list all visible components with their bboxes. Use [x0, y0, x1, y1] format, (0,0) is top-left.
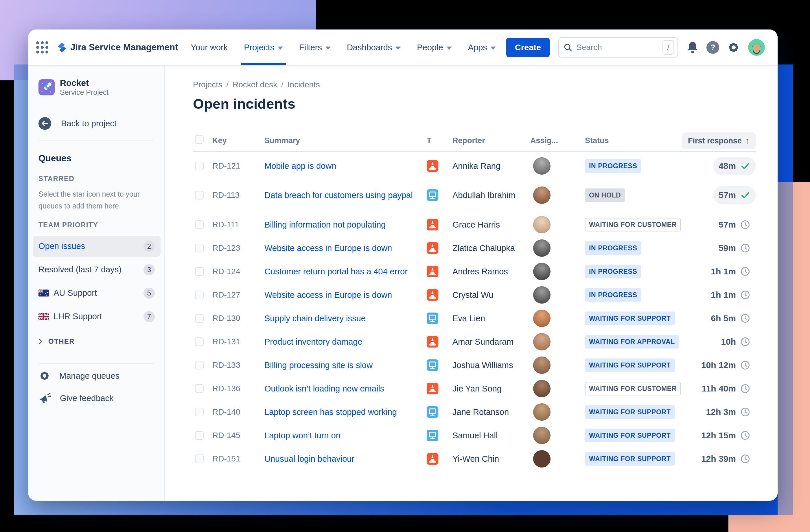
row-checkbox[interactable] — [195, 290, 204, 299]
issue-summary-link[interactable]: Outlook isn’t loading new emails — [264, 383, 432, 395]
nav-people[interactable]: People — [417, 30, 452, 65]
issue-summary-link[interactable]: Website access in Europe is down — [264, 242, 432, 254]
sidebar-item-resolved[interactable]: Resolved (last 7 days) 3 — [33, 259, 161, 280]
assignee-avatar[interactable] — [533, 333, 551, 350]
nav-projects[interactable]: Projects — [244, 30, 283, 65]
issue-summary-link[interactable]: Website access in Europe is down — [264, 289, 432, 301]
row-checkbox[interactable] — [195, 337, 204, 346]
nav-dashboards[interactable]: Dashboards — [347, 30, 401, 65]
create-button[interactable]: Create — [506, 38, 550, 57]
row-checkbox[interactable] — [195, 162, 204, 170]
row-checkbox[interactable] — [195, 454, 204, 463]
search-input[interactable] — [576, 43, 659, 52]
sidebar-item-other[interactable]: OTHER — [38, 337, 75, 346]
row-checkbox[interactable] — [195, 361, 204, 369]
column-header-type[interactable]: T — [427, 136, 432, 145]
table-row[interactable]: RD-133 Billing processing site is slow J… — [165, 353, 778, 377]
search-box[interactable]: / — [558, 37, 678, 57]
assignee-avatar[interactable] — [533, 286, 551, 303]
row-checkbox[interactable] — [195, 244, 204, 252]
column-header-status[interactable]: Status — [585, 136, 609, 145]
table-row[interactable]: RD-140 Laptop screen has stopped working… — [165, 400, 778, 423]
sidebar-item-open-issues[interactable]: Open issues 2 — [33, 236, 161, 257]
issue-summary-link[interactable]: Mobile app is down — [264, 160, 432, 172]
first-response-time: 6h 5m — [711, 313, 736, 323]
row-checkbox[interactable] — [195, 408, 204, 416]
row-checkbox[interactable] — [195, 314, 204, 323]
row-checkbox[interactable] — [195, 220, 204, 229]
assignee-avatar[interactable] — [533, 310, 551, 327]
sidebar-item-lhr-support[interactable]: LHR Support 7 — [33, 306, 161, 327]
column-header-summary[interactable]: Summary — [264, 136, 300, 145]
give-feedback-button[interactable]: Give feedback — [38, 392, 113, 404]
issue-summary-link[interactable]: Unusual login behaviour — [264, 453, 432, 465]
table-row[interactable]: RD-127 Website access in Europe is down … — [165, 283, 778, 306]
sla-clock-icon — [740, 430, 750, 440]
row-checkbox[interactable] — [195, 267, 204, 276]
assignee-avatar[interactable] — [533, 380, 551, 397]
issue-summary-link[interactable]: Customer return portal has a 404 error — [264, 265, 432, 278]
table-row[interactable]: RD-123 Website access in Europe is down … — [165, 236, 778, 260]
breadcrumb-incidents[interactable]: Incidents — [288, 80, 320, 89]
issue-summary-link[interactable]: Billing processing site is slow — [264, 359, 432, 371]
help-icon[interactable]: ? — [707, 41, 719, 54]
queue-count-badge: 7 — [144, 311, 155, 322]
table-row[interactable]: RD-121 Mobile app is down Annika Rang IN… — [165, 154, 778, 178]
table-row[interactable]: RD-130 Supply chain delivery issue Eva L… — [165, 306, 778, 330]
first-response-time: 12h 39m — [701, 454, 736, 464]
first-response-cell: 12h 15m — [696, 426, 756, 445]
issue-summary-link[interactable]: Data breach for customers using paypal — [264, 189, 432, 201]
assignee-avatar[interactable] — [533, 239, 551, 257]
back-to-project[interactable]: Back to project — [38, 117, 117, 130]
assignee-avatar[interactable] — [533, 157, 551, 174]
row-checkbox[interactable] — [195, 384, 204, 393]
column-header-key[interactable]: Key — [212, 136, 227, 145]
breadcrumb-projects[interactable]: Projects — [193, 80, 222, 89]
assignee-avatar[interactable] — [533, 427, 551, 444]
row-checkbox[interactable] — [195, 191, 204, 199]
table-row[interactable]: RD-145 Laptop won’t turn on Samuel Hall … — [165, 423, 778, 447]
assignee-avatar[interactable] — [533, 403, 551, 421]
table-row[interactable]: RD-113 Data breach for customers using p… — [165, 178, 778, 213]
first-response-cell: 10h — [716, 333, 756, 351]
jira-logo-icon[interactable] — [56, 41, 66, 54]
assignee-avatar[interactable] — [533, 263, 551, 280]
assignee-avatar[interactable] — [533, 356, 551, 374]
manage-queues-button[interactable]: Manage queues — [38, 370, 119, 382]
assignee-avatar[interactable] — [533, 216, 551, 233]
app-switcher-icon[interactable] — [36, 41, 48, 53]
issue-summary-link[interactable]: Supply chain delivery issue — [264, 312, 432, 325]
issue-key: RD-127 — [212, 290, 240, 300]
select-all-checkbox[interactable] — [195, 135, 204, 144]
main-content: Projects / Rocket desk / Incidents Open … — [165, 66, 778, 501]
breadcrumb-rocket-desk[interactable]: Rocket desk — [232, 80, 277, 89]
table-row[interactable]: RD-136 Outlook isn’t loading new emails … — [165, 377, 778, 400]
rocket-project-icon — [38, 79, 55, 95]
issue-key: RD-140 — [212, 408, 240, 417]
column-header-first-response[interactable]: First response ↑ — [682, 132, 756, 149]
issue-type-icon — [427, 313, 438, 324]
issue-summary-link[interactable]: Billing information not populating — [264, 219, 432, 231]
assignee-avatar[interactable] — [533, 450, 551, 467]
row-checkbox[interactable] — [195, 431, 204, 440]
status-badge: WAITING FOR CUSTOMER — [585, 382, 681, 395]
settings-gear-icon[interactable] — [727, 41, 740, 54]
sidebar-item-au-support[interactable]: AU Support 5 — [33, 282, 161, 303]
table-row[interactable]: RD-111 Billing information not populatin… — [165, 213, 778, 236]
first-response-time: 10h — [721, 337, 736, 347]
user-avatar[interactable] — [748, 39, 765, 56]
column-header-reporter[interactable]: Reporter — [452, 136, 485, 145]
nav-apps[interactable]: Apps — [468, 30, 496, 65]
issue-summary-link[interactable]: Laptop screen has stopped working — [264, 406, 432, 418]
nav-your-work[interactable]: Your work — [191, 30, 228, 65]
first-response-cell: 57m — [713, 186, 756, 204]
notifications-bell-icon[interactable] — [687, 41, 698, 54]
nav-filters[interactable]: Filters — [299, 30, 331, 65]
issue-summary-link[interactable]: Product inventory damage — [264, 336, 432, 348]
column-header-assignee[interactable]: Assig... — [530, 136, 558, 145]
table-row[interactable]: RD-124 Customer return portal has a 404 … — [165, 260, 778, 283]
issue-summary-link[interactable]: Laptop won’t turn on — [264, 429, 432, 442]
table-row[interactable]: RD-131 Product inventory damage Amar Sun… — [165, 330, 778, 353]
table-row[interactable]: RD-151 Unusual login behaviour Yi-Wen Ch… — [165, 447, 778, 470]
assignee-avatar[interactable] — [533, 186, 551, 204]
